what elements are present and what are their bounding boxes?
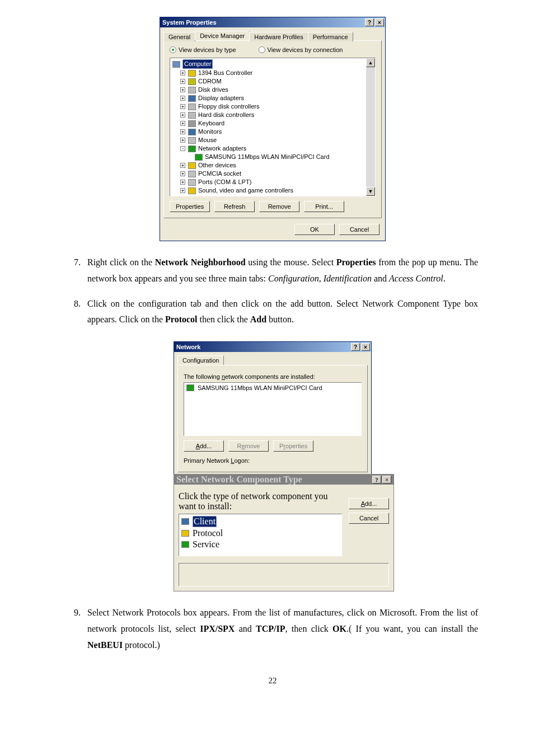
cancel-button[interactable]: Cancel [349,513,389,524]
list-item-client[interactable]: Client [180,515,340,528]
expand-icon[interactable]: + [180,79,185,84]
close-icon[interactable]: × [361,343,370,351]
scroll-down-icon[interactable]: ▼ [366,187,375,196]
tree-disk[interactable]: Disk drives [198,86,228,94]
tab-performance[interactable]: Performance [308,32,353,41]
close-icon[interactable]: × [375,18,384,26]
window-title: Select Network Component Type [176,475,302,485]
tree-netadapters[interactable]: Network adapters [198,144,246,153]
list-item-protocol[interactable]: Protocol [180,528,340,539]
tree-cdrom[interactable]: CDROM [198,77,222,86]
remove-button[interactable]: Remove [259,201,299,212]
expand-icon[interactable]: + [180,121,185,126]
list-item[interactable]: SAMSUNG 11Mbps WLAN MiniPCI/PCI Card [198,384,322,391]
print-button[interactable]: Print... [304,201,344,212]
tree-wlan-card[interactable]: SAMSUNG 11Mbps WLAN MiniPCI/PCI Card [205,153,330,161]
radio-view-by-type-label: View devices by type [179,46,236,53]
expand-icon[interactable]: + [180,96,185,101]
tab-strip: General Device Manager Hardware Profiles… [160,27,385,40]
add-button[interactable]: Add... [349,498,389,509]
scrollbar[interactable]: ▲ ▼ [366,58,375,196]
list-item-service[interactable]: Service [180,539,340,550]
add-button[interactable]: Add... [184,440,224,452]
window-title: Network [176,344,200,350]
expand-icon[interactable]: + [180,87,185,92]
component-type-prompt: Click the type of network component you … [179,491,342,511]
device-tree[interactable]: Computer +1394 Bus Controller +CDROM +Di… [170,58,376,196]
tree-system[interactable]: System devices [198,195,241,196]
pcmcia-icon [188,171,196,177]
tree-keyboard[interactable]: Keyboard [198,119,224,128]
tree-mouse[interactable]: Mouse [198,136,217,144]
refresh-button[interactable]: Refresh [214,201,255,212]
expand-icon[interactable]: + [180,71,185,76]
ports-icon [188,179,196,186]
help-icon[interactable]: ? [365,18,374,26]
instruction-9: Select Network Protocols box appears. Fr… [83,605,478,653]
tree-display[interactable]: Display adapters [198,94,244,102]
hdd-icon [188,112,196,119]
titlebar: Network ? × [174,342,371,352]
help-icon[interactable]: ? [372,476,381,483]
collapse-icon[interactable]: - [180,146,185,151]
ok-button[interactable]: OK [294,224,335,235]
page-number: 22 [67,676,478,685]
tab-hardware-profiles[interactable]: Hardware Profiles [249,32,308,41]
cdrom-icon [188,78,196,85]
mouse-icon [188,137,196,144]
expand-icon[interactable]: + [180,171,185,176]
radio-view-by-connection-label: View devices by connection [268,46,343,53]
close-icon[interactable]: × [382,476,391,483]
properties-button: Properties [273,440,313,452]
properties-button[interactable]: Properties [170,201,210,212]
description-box [179,563,389,586]
tree-computer[interactable]: Computer [182,59,213,69]
tab-general[interactable]: General [163,32,195,41]
expand-icon[interactable]: + [180,129,185,134]
expand-icon[interactable]: + [180,138,185,143]
network-icon [188,145,196,152]
help-icon[interactable]: ? [351,343,360,351]
keyboard-icon [188,120,196,127]
service-icon [181,541,189,548]
expand-icon[interactable]: + [180,163,185,168]
client-icon [181,518,189,525]
radio-view-by-connection[interactable]: View devices by connection [259,46,343,53]
tree-1394[interactable]: 1394 Bus Controller [198,69,252,77]
tree-ports[interactable]: Ports (COM & LPT) [198,178,251,186]
system-properties-dialog: System Properties ? × General Device Man… [160,17,386,241]
tree-monitors[interactable]: Monitors [198,128,222,136]
expand-icon[interactable]: + [180,104,185,109]
tab-device-manager[interactable]: Device Manager [195,31,250,40]
nic-icon [195,154,203,161]
nic-icon [186,384,194,391]
titlebar: System Properties ? × [160,17,385,27]
instruction-list: Select Network Protocols box appears. Fr… [67,605,478,653]
display-icon [188,95,196,102]
expand-icon[interactable]: + [180,188,185,193]
tree-other[interactable]: Other devices [198,161,236,170]
floppy-icon [188,104,196,110]
primary-logon-label: Primary Network Logon: [184,457,362,464]
cancel-button[interactable]: Cancel [339,224,380,235]
tree-pcmcia[interactable]: PCMCIA socket [198,170,241,178]
remove-button: Remove [228,440,269,452]
expand-icon[interactable]: + [180,180,185,185]
system-icon [188,196,196,197]
device-manager-panel: View devices by type View devices by con… [163,40,382,218]
tree-sound[interactable]: Sound, video and game controllers [198,186,293,195]
tab-configuration[interactable]: Configuration [177,355,224,365]
controller-icon [188,70,196,77]
expand-icon[interactable]: + [180,112,185,118]
radio-view-by-type[interactable]: View devices by type [170,46,236,53]
component-type-list[interactable]: Client Protocol Service [179,514,342,556]
window-title: System Properties [162,19,217,26]
installed-components-label: The following network components are ins… [184,373,362,380]
tree-hdd[interactable]: Hard disk controllers [198,111,254,119]
tree-floppy[interactable]: Floppy disk controllers [198,102,259,111]
instruction-list: Right click on the Network Neighborhood … [67,255,478,328]
scroll-up-icon[interactable]: ▲ [366,58,375,67]
installed-components-list[interactable]: SAMSUNG 11Mbps WLAN MiniPCI/PCI Card [184,382,362,436]
sound-icon [188,187,196,194]
titlebar: Select Network Component Type ? × [174,475,394,485]
